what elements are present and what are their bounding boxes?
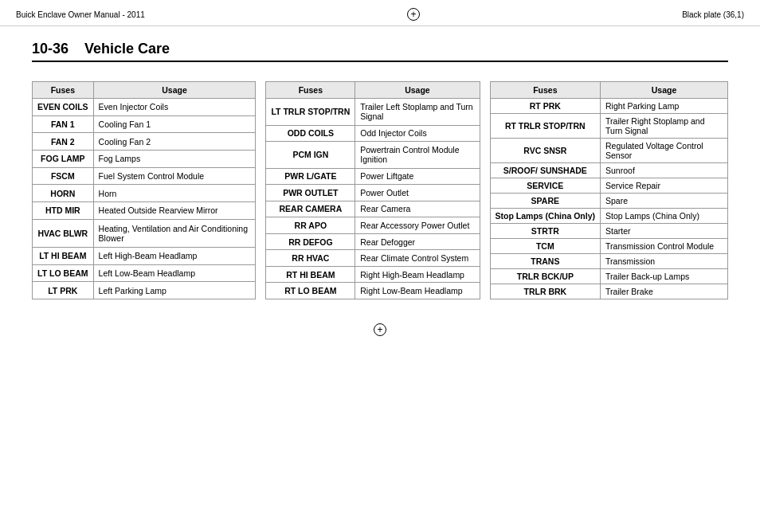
usage-cell: Right Low-Beam Headlamp — [355, 283, 480, 299]
fuse-table-2: Fuses Usage LT TRLR STOP/TRNTrailer Left… — [265, 81, 480, 299]
fuse-cell: S/ROOF/ SUNSHADE — [490, 163, 600, 178]
table-row: SPARESpare — [490, 194, 727, 209]
section-title: 10-36 Vehicle Care — [32, 41, 728, 62]
usage-cell: Heated Outside Rearview Mirror — [93, 201, 256, 219]
fuse-cell: HTD MIR — [33, 201, 94, 219]
usage-cell: Rear Accessory Power Outlet — [355, 217, 480, 234]
table-row: EVEN COILSEven Injector Coils — [33, 99, 256, 116]
fuse-cell: TRANS — [490, 254, 600, 269]
table-row: LT TRLR STOP/TRNTrailer Left Stoplamp an… — [266, 99, 480, 126]
usage-cell: Service Repair — [601, 178, 728, 194]
table2-col1-header: Fuses — [266, 82, 355, 99]
fuse-cell: ODD COILS — [266, 125, 355, 142]
table-row: REAR CAMERARear Camera — [266, 201, 480, 217]
table3-col2-header: Usage — [601, 82, 728, 99]
table-row: RR APORear Accessory Power Outlet — [266, 217, 480, 234]
bottom-center-mark — [0, 315, 760, 344]
table-row: TRLR BCK/UPTrailer Back-up Lamps — [490, 269, 727, 284]
table-row: HTD MIRHeated Outside Rearview Mirror — [33, 201, 256, 219]
fuse-cell: FAN 1 — [33, 115, 94, 133]
usage-cell: Horn — [93, 185, 256, 202]
table-row: TRLR BRKTrailer Brake — [490, 284, 727, 299]
usage-cell: Cooling Fan 1 — [93, 115, 256, 133]
table3-col1-header: Fuses — [490, 82, 600, 99]
table-row: FOG LAMPFog Lamps — [33, 150, 256, 167]
fuse-cell: SERVICE — [490, 178, 600, 194]
usage-cell: Power Outlet — [355, 185, 480, 201]
fuse-cell: TRLR BCK/UP — [490, 269, 600, 284]
fuse-cell: LT HI BEAM — [33, 247, 94, 264]
usage-cell: Cooling Fan 2 — [93, 133, 256, 151]
table-row: LT PRKLeft Parking Lamp — [33, 282, 256, 299]
usage-cell: Transmission Control Module — [601, 239, 728, 254]
table-row: RT LO BEAMRight Low-Beam Headlamp — [266, 283, 480, 299]
usage-cell: Trailer Back-up Lamps — [601, 269, 728, 284]
table-row: Stop Lamps (China Only)Stop Lamps (China… — [490, 209, 727, 224]
header-right: Black plate (36,1) — [682, 10, 744, 19]
fuse-cell: FSCM — [33, 167, 94, 185]
table-row: FAN 1Cooling Fan 1 — [33, 115, 256, 133]
fuse-cell: RR APO — [266, 217, 355, 234]
usage-cell: Heating, Ventilation and Air Conditionin… — [93, 219, 256, 247]
table-row: PWR OUTLETPower Outlet — [266, 185, 480, 201]
section-header: 10-36 Vehicle Care — [0, 26, 760, 81]
fuse-cell: FAN 2 — [33, 133, 94, 151]
usage-cell: Power Liftgate — [355, 168, 480, 185]
usage-cell: Trailer Brake — [601, 284, 728, 299]
fuse-table-1: Fuses Usage EVEN COILSEven Injector Coil… — [32, 81, 256, 299]
fuse-cell: HVAC BLWR — [33, 219, 94, 247]
usage-cell: Rear Camera — [355, 201, 480, 217]
table-row: FSCMFuel System Control Module — [33, 167, 256, 185]
table-row: TCMTransmission Control Module — [490, 239, 727, 254]
table2-col2-header: Usage — [355, 82, 480, 99]
table-row: RR DEFOGRear Defogger — [266, 233, 480, 250]
usage-cell: Transmission — [601, 254, 728, 269]
top-center-mark — [405, 6, 421, 22]
table-row: LT HI BEAMLeft High-Beam Headlamp — [33, 247, 256, 264]
usage-cell: Sunroof — [601, 163, 728, 178]
fuse-cell: PWR L/GATE — [266, 168, 355, 185]
fuse-cell: TCM — [490, 239, 600, 254]
fuse-cell: PWR OUTLET — [266, 185, 355, 201]
table1-col2-header: Usage — [93, 82, 256, 99]
table-row: FAN 2Cooling Fan 2 — [33, 133, 256, 151]
fuse-cell: RT TRLR STOP/TRN — [490, 114, 600, 139]
fuse-cell: LT PRK — [33, 282, 94, 299]
usage-cell: Spare — [601, 194, 728, 209]
usage-cell: Left Low-Beam Headlamp — [93, 264, 256, 282]
table-row: STRTRStarter — [490, 224, 727, 239]
usage-cell: Rear Defogger — [355, 233, 480, 250]
table-row: PCM IGNPowertrain Control Module Ignitio… — [266, 142, 480, 169]
fuse-cell: Stop Lamps (China Only) — [490, 209, 600, 224]
usage-cell: Right High-Beam Headlamp — [355, 266, 480, 283]
table-row: RT HI BEAMRight High-Beam Headlamp — [266, 266, 480, 283]
bottom-crosshair — [374, 323, 386, 336]
fuse-cell: EVEN COILS — [33, 99, 94, 116]
table-row: PWR L/GATEPower Liftgate — [266, 168, 480, 185]
fuse-cell: HORN — [33, 185, 94, 202]
usage-cell: Right Parking Lamp — [601, 99, 728, 114]
usage-cell: Odd Injector Coils — [355, 125, 480, 142]
fuse-cell: PCM IGN — [266, 142, 355, 169]
usage-cell: Trailer Left Stoplamp and Turn Signal — [355, 99, 480, 126]
top-crosshair — [407, 8, 420, 21]
fuse-cell: RVC SNSR — [490, 139, 600, 163]
table1-col1-header: Fuses — [33, 82, 94, 99]
fuse-cell: RR DEFOG — [266, 233, 355, 250]
table-row: LT LO BEAMLeft Low-Beam Headlamp — [33, 264, 256, 282]
fuse-cell: TRLR BRK — [490, 284, 600, 299]
table-row: SERVICEService Repair — [490, 178, 727, 194]
table-row: RVC SNSRRegulated Voltage Control Sensor — [490, 139, 727, 163]
usage-cell: Left Parking Lamp — [93, 282, 256, 299]
usage-cell: Trailer Right Stoplamp and Turn Signal — [601, 114, 728, 139]
table-row: ODD COILSOdd Injector Coils — [266, 125, 480, 142]
fuse-cell: RT PRK — [490, 99, 600, 114]
fuse-cell: RT HI BEAM — [266, 266, 355, 283]
usage-cell: Even Injector Coils — [93, 99, 256, 116]
fuse-table-3: Fuses Usage RT PRKRight Parking LampRT T… — [490, 81, 728, 299]
usage-cell: Fuel System Control Module — [93, 167, 256, 185]
table-row: RT PRKRight Parking Lamp — [490, 99, 727, 114]
usage-cell: Fog Lamps — [93, 150, 256, 167]
table-row: RR HVACRear Climate Control System — [266, 250, 480, 267]
tables-container: Fuses Usage EVEN COILSEven Injector Coil… — [0, 81, 760, 315]
